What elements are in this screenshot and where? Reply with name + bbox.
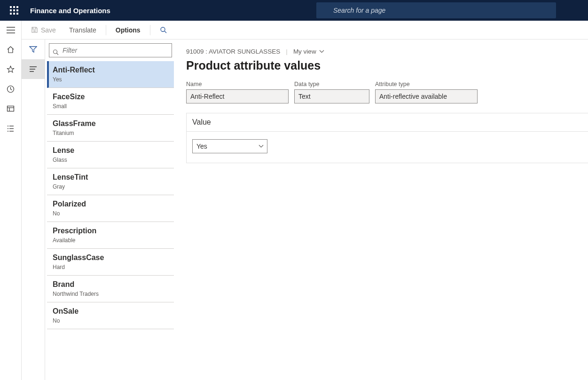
attribute-item-value: Small — [53, 103, 170, 110]
field-name: Name — [186, 81, 289, 103]
detail-panel: 91009 : AVIATOR SUNGLASSES | My view Pro… — [177, 40, 588, 380]
save-label: Save — [41, 26, 56, 34]
attribute-item[interactable]: GlassFrameTitanium — [47, 115, 174, 142]
attribute-item-name: GlassFrame — [53, 119, 170, 128]
nav-home[interactable] — [0, 40, 22, 59]
svg-line-21 — [57, 53, 59, 55]
nav-modules[interactable] — [0, 119, 22, 138]
attribute-item-name: SunglassCase — [53, 253, 170, 262]
list-mode-rail — [22, 40, 45, 380]
attribute-item[interactable]: FaceSizeSmall — [47, 88, 174, 115]
attribute-item-name: Lense — [53, 146, 170, 155]
attribute-item-name: LenseTint — [53, 173, 170, 182]
attribute-item-name: Prescription — [53, 227, 170, 235]
attribute-item-value: Northwind Traders — [53, 291, 170, 297]
field-name-label: Name — [186, 81, 289, 87]
list-pane-toggle[interactable] — [22, 59, 45, 79]
value-select[interactable]: Yes — [192, 139, 267, 153]
breadcrumb: 91009 : AVIATOR SUNGLASSES — [186, 48, 280, 55]
translate-button[interactable]: Translate — [63, 21, 102, 40]
save-button[interactable]: Save — [25, 21, 62, 40]
attribute-item-name: FaceSize — [53, 93, 170, 101]
app-launcher-button[interactable] — [4, 0, 24, 21]
field-attribute-type-input[interactable] — [375, 89, 478, 103]
hamburger-icon — [7, 27, 15, 33]
page-title: Product attribute values — [186, 59, 588, 72]
field-name-input[interactable] — [186, 89, 289, 103]
find-button[interactable] — [154, 21, 172, 40]
attribute-item[interactable]: PrescriptionAvailable — [47, 222, 174, 249]
svg-line-16 — [165, 31, 166, 33]
command-divider — [106, 25, 106, 35]
list-lines-icon — [29, 66, 37, 72]
breadcrumb-separator: | — [286, 48, 288, 55]
attribute-item-value: Glass — [53, 157, 170, 163]
global-search[interactable] — [316, 2, 556, 18]
attribute-item-name: OnSale — [53, 307, 170, 316]
attribute-item[interactable]: PolarizedNo — [47, 195, 174, 222]
chevron-down-icon — [319, 50, 324, 53]
value-section: Value Yes — [186, 113, 588, 163]
view-selector[interactable]: My view — [293, 48, 324, 55]
view-label: My view — [293, 48, 316, 55]
attribute-item[interactable]: BrandNorthwind Traders — [47, 276, 174, 302]
options-button[interactable]: Options — [110, 21, 146, 40]
field-attribute-type: Attribute type — [375, 81, 478, 103]
command-bar: Save Translate Options — [22, 21, 588, 40]
value-select-text: Yes — [196, 142, 207, 150]
top-banner: Finance and Operations — [0, 0, 588, 21]
svg-point-15 — [161, 27, 165, 32]
home-icon — [7, 46, 15, 54]
attribute-item-value: Hard — [53, 264, 170, 270]
attribute-item-value: Yes — [53, 76, 170, 83]
options-label: Options — [116, 26, 141, 34]
attribute-item[interactable]: Anti-ReflectYes — [47, 61, 174, 88]
nav-rail — [0, 21, 22, 380]
attribute-item[interactable]: SunglassCaseHard — [47, 249, 174, 276]
attribute-item-value: No — [53, 210, 170, 217]
attribute-list-panel: Anti-ReflectYesFaceSizeSmallGlassFrameTi… — [45, 40, 177, 380]
search-icon — [160, 26, 167, 33]
attribute-item[interactable]: OnSaleNo — [47, 302, 174, 329]
attribute-item-value: Gray — [53, 183, 170, 190]
attribute-item[interactable]: LenseTintGray — [47, 168, 174, 195]
attribute-item-name: Anti-Reflect — [53, 66, 170, 74]
field-data-type-input[interactable] — [294, 89, 369, 103]
nav-recent[interactable] — [0, 79, 22, 99]
svg-rect-6 — [8, 106, 14, 111]
nav-workspaces[interactable] — [0, 99, 22, 119]
save-icon — [31, 26, 38, 33]
value-section-header: Value — [187, 113, 588, 132]
nav-favorites[interactable] — [0, 59, 22, 79]
command-divider — [150, 25, 150, 35]
attribute-item-name: Brand — [53, 280, 170, 289]
attribute-item-value: Titanium — [53, 130, 170, 136]
attribute-item[interactable]: LenseGlass — [47, 142, 174, 168]
list-filter-input[interactable] — [49, 43, 172, 57]
nav-expand-button[interactable] — [0, 21, 22, 40]
clock-icon — [7, 85, 15, 93]
filter-pane-toggle[interactable] — [22, 40, 45, 59]
waffle-icon — [10, 6, 18, 15]
workspace-icon — [7, 105, 15, 113]
attribute-item-value: No — [53, 317, 170, 324]
attribute-item-name: Polarized — [53, 200, 170, 208]
search-icon — [53, 49, 59, 55]
app-title: Finance and Operations — [30, 7, 110, 15]
svg-point-20 — [54, 50, 57, 54]
field-attribute-type-label: Attribute type — [375, 81, 478, 87]
search-input[interactable] — [316, 2, 556, 18]
star-icon — [7, 65, 15, 73]
modules-icon — [7, 125, 15, 133]
field-data-type-label: Data type — [294, 81, 369, 87]
field-data-type: Data type — [294, 81, 369, 103]
filter-icon — [29, 46, 37, 53]
translate-label: Translate — [69, 26, 96, 34]
attribute-item-value: Available — [53, 237, 170, 244]
attribute-list: Anti-ReflectYesFaceSizeSmallGlassFrameTi… — [47, 61, 174, 380]
